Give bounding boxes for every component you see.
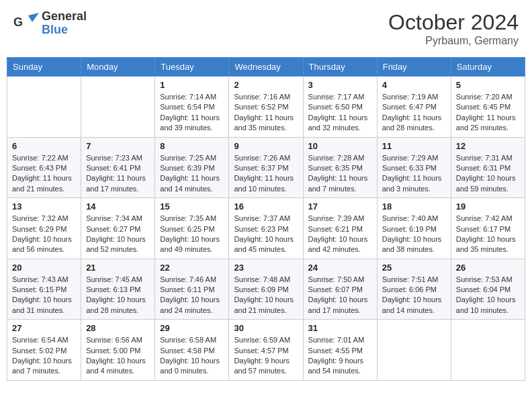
weekday-header-row: SundayMondayTuesdayWednesdayThursdayFrid… — [7, 58, 525, 77]
day-info: Sunrise: 7:53 AMSunset: 6:04 PMDaylight:… — [456, 275, 520, 316]
calendar-cell: 30Sunrise: 6:59 AMSunset: 4:57 PMDayligh… — [229, 320, 303, 381]
day-info: Sunrise: 7:29 AMSunset: 6:33 PMDaylight:… — [382, 153, 446, 195]
calendar-cell: 15Sunrise: 7:35 AMSunset: 6:25 PMDayligh… — [155, 198, 229, 259]
day-info: Sunrise: 7:16 AMSunset: 6:52 PMDaylight:… — [234, 92, 298, 134]
day-info: Sunrise: 7:35 AMSunset: 6:25 PMDaylight:… — [160, 214, 224, 255]
calendar-cell: 19Sunrise: 7:42 AMSunset: 6:17 PMDayligh… — [451, 198, 525, 259]
calendar-cell: 22Sunrise: 7:46 AMSunset: 6:11 PMDayligh… — [155, 259, 229, 320]
day-number: 24 — [308, 263, 372, 273]
day-number: 28 — [86, 323, 150, 333]
day-info: Sunrise: 6:56 AMSunset: 5:00 PMDaylight:… — [86, 335, 150, 377]
svg-marker-1 — [28, 13, 39, 22]
day-info: Sunrise: 7:17 AMSunset: 6:50 PMDaylight:… — [308, 92, 372, 134]
day-info: Sunrise: 7:51 AMSunset: 6:06 PMDaylight:… — [382, 275, 446, 316]
title-block: October 2024 Pyrbaum, Germany — [388, 10, 519, 47]
calendar-cell: 8Sunrise: 7:25 AMSunset: 6:39 PMDaylight… — [155, 137, 229, 198]
day-number: 18 — [382, 201, 446, 212]
day-info: Sunrise: 7:42 AMSunset: 6:17 PMDaylight:… — [456, 214, 520, 255]
weekday-header-monday: Monday — [81, 58, 155, 77]
logo-icon: G — [13, 13, 39, 34]
weekday-header-sunday: Sunday — [7, 58, 81, 77]
logo-line1: General — [42, 10, 87, 24]
day-info: Sunrise: 7:46 AMSunset: 6:11 PMDaylight:… — [160, 275, 224, 316]
day-number: 11 — [382, 141, 446, 151]
calendar-cell: 7Sunrise: 7:23 AMSunset: 6:41 PMDaylight… — [81, 137, 155, 198]
calendar-cell: 20Sunrise: 7:43 AMSunset: 6:15 PMDayligh… — [7, 259, 81, 320]
day-info: Sunrise: 7:50 AMSunset: 6:07 PMDaylight:… — [308, 275, 372, 316]
day-info: Sunrise: 7:28 AMSunset: 6:35 PMDaylight:… — [308, 153, 372, 195]
day-number: 29 — [160, 323, 224, 333]
calendar-table: SundayMondayTuesdayWednesdayThursdayFrid… — [7, 57, 525, 381]
day-info: Sunrise: 7:34 AMSunset: 6:27 PMDaylight:… — [86, 214, 150, 255]
page-header: G General Blue October 2024 Pyrbaum, Ger… — [7, 7, 525, 50]
location: Pyrbaum, Germany — [388, 35, 519, 47]
calendar-cell: 27Sunrise: 6:54 AMSunset: 5:02 PMDayligh… — [7, 320, 81, 381]
day-info: Sunrise: 7:25 AMSunset: 6:39 PMDaylight:… — [160, 153, 224, 195]
day-info: Sunrise: 7:39 AMSunset: 6:21 PMDaylight:… — [308, 214, 372, 255]
day-number: 10 — [308, 141, 372, 151]
weekday-header-saturday: Saturday — [451, 58, 525, 77]
day-number: 15 — [160, 201, 224, 212]
calendar-cell: 28Sunrise: 6:56 AMSunset: 5:00 PMDayligh… — [81, 320, 155, 381]
day-info: Sunrise: 7:48 AMSunset: 6:09 PMDaylight:… — [234, 275, 298, 316]
day-number: 6 — [12, 141, 76, 151]
day-info: Sunrise: 7:32 AMSunset: 6:29 PMDaylight:… — [12, 214, 76, 255]
month-year: October 2024 — [388, 10, 519, 35]
day-number: 25 — [382, 263, 446, 273]
calendar-cell — [377, 320, 451, 381]
day-number: 26 — [456, 263, 520, 273]
calendar-cell: 31Sunrise: 7:01 AMSunset: 4:55 PMDayligh… — [303, 320, 377, 381]
day-number: 23 — [234, 263, 298, 273]
calendar-cell: 3Sunrise: 7:17 AMSunset: 6:50 PMDaylight… — [303, 77, 377, 138]
calendar-cell — [81, 77, 155, 138]
day-number: 9 — [234, 141, 298, 151]
calendar-cell: 18Sunrise: 7:40 AMSunset: 6:19 PMDayligh… — [377, 198, 451, 259]
day-number: 1 — [160, 80, 224, 90]
day-number: 3 — [308, 80, 372, 90]
calendar-cell: 6Sunrise: 7:22 AMSunset: 6:43 PMDaylight… — [7, 137, 81, 198]
week-row-2: 6Sunrise: 7:22 AMSunset: 6:43 PMDaylight… — [7, 137, 525, 198]
day-number: 17 — [308, 201, 372, 212]
logo-line2: Blue — [42, 24, 87, 37]
day-number: 13 — [12, 201, 76, 212]
day-number: 30 — [234, 323, 298, 333]
day-info: Sunrise: 7:22 AMSunset: 6:43 PMDaylight:… — [12, 153, 76, 195]
day-number: 8 — [160, 141, 224, 151]
calendar-cell: 21Sunrise: 7:45 AMSunset: 6:13 PMDayligh… — [81, 259, 155, 320]
day-info: Sunrise: 6:59 AMSunset: 4:57 PMDaylight:… — [234, 335, 298, 377]
calendar-cell — [7, 77, 81, 138]
day-info: Sunrise: 7:37 AMSunset: 6:23 PMDaylight:… — [234, 214, 298, 255]
weekday-header-thursday: Thursday — [303, 58, 377, 77]
day-number: 19 — [456, 201, 520, 212]
logo: G General Blue — [13, 10, 87, 37]
week-row-3: 13Sunrise: 7:32 AMSunset: 6:29 PMDayligh… — [7, 198, 525, 259]
day-number: 22 — [160, 263, 224, 273]
calendar-cell: 13Sunrise: 7:32 AMSunset: 6:29 PMDayligh… — [7, 198, 81, 259]
day-info: Sunrise: 7:43 AMSunset: 6:15 PMDaylight:… — [12, 275, 76, 316]
day-number: 31 — [308, 323, 372, 333]
calendar-cell: 1Sunrise: 7:14 AMSunset: 6:54 PMDaylight… — [155, 77, 229, 138]
calendar-cell: 12Sunrise: 7:31 AMSunset: 6:31 PMDayligh… — [451, 137, 525, 198]
day-number: 16 — [234, 201, 298, 212]
day-number: 4 — [382, 80, 446, 90]
day-number: 12 — [456, 141, 520, 151]
week-row-1: 1Sunrise: 7:14 AMSunset: 6:54 PMDaylight… — [7, 77, 525, 138]
calendar-cell: 26Sunrise: 7:53 AMSunset: 6:04 PMDayligh… — [451, 259, 525, 320]
calendar-cell: 23Sunrise: 7:48 AMSunset: 6:09 PMDayligh… — [229, 259, 303, 320]
day-number: 20 — [12, 263, 76, 273]
day-info: Sunrise: 7:19 AMSunset: 6:47 PMDaylight:… — [382, 92, 446, 134]
day-info: Sunrise: 6:54 AMSunset: 5:02 PMDaylight:… — [12, 335, 76, 377]
calendar-cell: 11Sunrise: 7:29 AMSunset: 6:33 PMDayligh… — [377, 137, 451, 198]
calendar-cell: 25Sunrise: 7:51 AMSunset: 6:06 PMDayligh… — [377, 259, 451, 320]
day-number: 21 — [86, 263, 150, 273]
calendar-cell: 24Sunrise: 7:50 AMSunset: 6:07 PMDayligh… — [303, 259, 377, 320]
day-info: Sunrise: 6:58 AMSunset: 4:58 PMDaylight:… — [160, 335, 224, 377]
day-info: Sunrise: 7:40 AMSunset: 6:19 PMDaylight:… — [382, 214, 446, 255]
day-number: 2 — [234, 80, 298, 90]
day-info: Sunrise: 7:23 AMSunset: 6:41 PMDaylight:… — [86, 153, 150, 195]
day-info: Sunrise: 7:20 AMSunset: 6:45 PMDaylight:… — [456, 92, 520, 134]
calendar-cell: 10Sunrise: 7:28 AMSunset: 6:35 PMDayligh… — [303, 137, 377, 198]
calendar-cell: 5Sunrise: 7:20 AMSunset: 6:45 PMDaylight… — [451, 77, 525, 138]
calendar-cell: 2Sunrise: 7:16 AMSunset: 6:52 PMDaylight… — [229, 77, 303, 138]
weekday-header-wednesday: Wednesday — [229, 58, 303, 77]
